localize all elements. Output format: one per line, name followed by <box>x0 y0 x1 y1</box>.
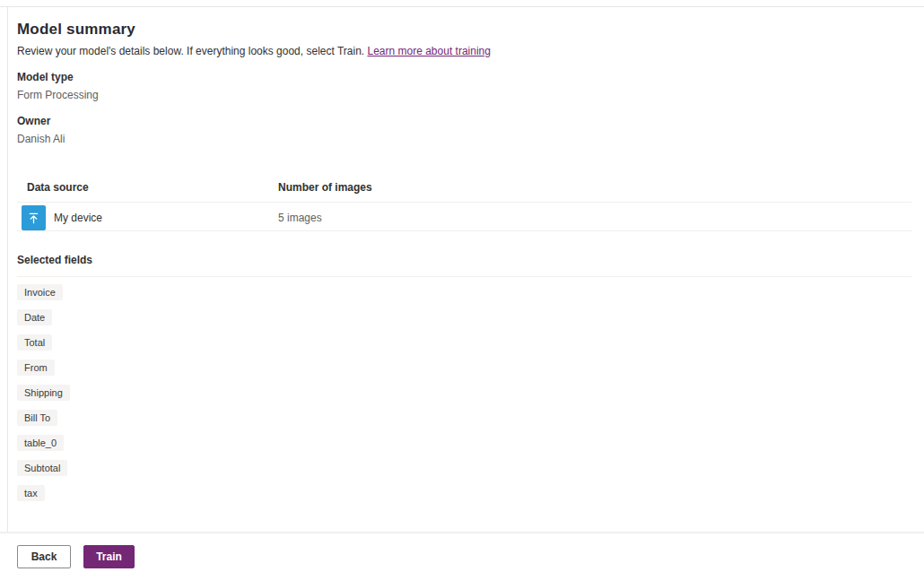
upload-icon <box>22 205 46 230</box>
column-header-data-source: Data source <box>27 181 89 194</box>
footer-divider <box>0 532 924 533</box>
field-tag: Date <box>17 309 52 325</box>
owner-label: Owner <box>17 115 65 127</box>
field-tag: tax <box>17 485 45 501</box>
back-button[interactable]: Back <box>17 545 71 568</box>
selected-fields-divider <box>17 276 911 277</box>
selected-fields-heading: Selected fields <box>17 254 92 266</box>
owner-block: Owner Danish Ali <box>17 115 65 145</box>
field-tag: From <box>17 360 55 376</box>
panel-left-border <box>7 6 8 532</box>
field-tag: table_0 <box>17 435 64 451</box>
model-type-label: Model type <box>17 71 99 83</box>
page-subtitle: Review your model's details below. If ev… <box>17 45 491 57</box>
field-tag: Shipping <box>17 385 70 401</box>
subtitle-text: Review your model's details below. If ev… <box>17 45 364 57</box>
panel-top-border <box>0 6 924 7</box>
train-button[interactable]: Train <box>83 545 135 568</box>
table-header-divider <box>17 202 911 203</box>
owner-value: Danish Ali <box>17 133 65 145</box>
table-row-source: My device <box>54 212 102 224</box>
model-type-value: Form Processing <box>17 89 99 101</box>
table-row-image-count: 5 images <box>278 212 322 224</box>
model-type-block: Model type Form Processing <box>17 71 99 101</box>
learn-more-link[interactable]: Learn more about training <box>368 45 491 57</box>
selected-fields-list: Invoice Date Total From Shipping Bill To… <box>17 284 70 501</box>
field-tag: Total <box>17 334 52 351</box>
field-tag: Bill To <box>17 410 57 426</box>
page-title: Model summary <box>17 21 135 39</box>
field-tag: Subtotal <box>17 460 67 476</box>
field-tag: Invoice <box>17 284 63 300</box>
table-row-divider <box>17 230 911 231</box>
column-header-number-of-images: Number of images <box>278 181 372 194</box>
